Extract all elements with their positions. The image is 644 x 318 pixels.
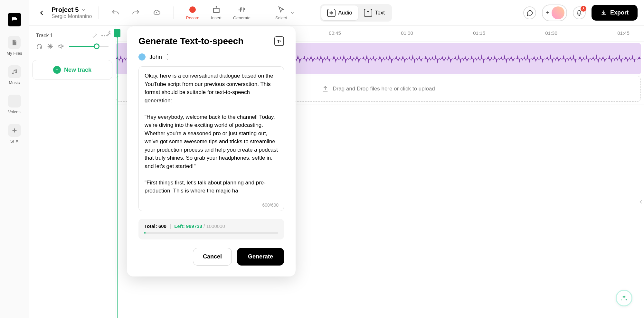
add-user-button[interactable]: +	[542, 5, 567, 21]
mode-audio[interactable]: Audio	[321, 5, 358, 20]
ai-assist-fab[interactable]	[616, 290, 632, 306]
voice-avatar	[138, 53, 146, 61]
mode-text-label: Text	[375, 10, 385, 16]
chevron-down-icon	[290, 11, 295, 15]
quota-fill	[144, 232, 146, 234]
updown-icon: ⌃⌄	[166, 54, 169, 60]
track-name[interactable]: Track 1	[36, 33, 53, 39]
cloud-sync-button[interactable]	[152, 8, 161, 17]
rail-voices[interactable]: Voices	[8, 95, 21, 114]
collapse-right-icon[interactable]	[639, 200, 643, 204]
char-count: 600/600	[262, 202, 279, 208]
insert-label: Insert	[211, 15, 222, 20]
modal-title: Generate Text-to-speech	[138, 36, 243, 46]
divider	[173, 6, 174, 19]
redo-button[interactable]	[131, 8, 140, 17]
plus-circle-icon: +	[53, 66, 61, 74]
select-button[interactable]: Select	[275, 5, 295, 20]
quota-max: / 1000000	[204, 223, 225, 229]
tts-text-input[interactable]: Okay, here is a conversational dialogue …	[138, 66, 284, 211]
rail-sfx-label: SFX	[10, 139, 18, 144]
mode-audio-label: Audio	[338, 10, 352, 16]
file-icon	[8, 36, 21, 49]
notifications-button[interactable]: 3	[573, 6, 586, 19]
divider	[263, 6, 263, 19]
generate-button[interactable]: Generate	[233, 5, 251, 20]
chat-button[interactable]	[523, 6, 536, 19]
select-label: Select	[275, 15, 287, 20]
voices-icon	[8, 95, 21, 108]
quota-left: Left: 999733	[174, 223, 202, 229]
sparkle-icon	[620, 294, 628, 302]
voice-selector[interactable]: John ⌃⌄	[138, 53, 284, 61]
sfx-icon	[8, 124, 21, 137]
app-logo[interactable]	[8, 13, 21, 26]
new-track-label: New track	[64, 67, 91, 73]
track-row: Track 1 •••	[32, 29, 112, 53]
record-icon	[189, 6, 196, 13]
notification-badge: 3	[581, 6, 586, 12]
insert-icon	[212, 5, 221, 14]
mode-toggle: Audio T Text	[320, 4, 392, 22]
tts-text-content[interactable]: Okay, here is a conversational dialogue …	[145, 72, 278, 201]
generate-label: Generate	[233, 15, 251, 20]
chat-icon	[526, 9, 533, 16]
quota-box: Total: 600 | Left: 999733 / 1000000	[138, 219, 284, 239]
modal-generate-button[interactable]: Generate	[237, 248, 284, 266]
rail-my-files[interactable]: My Files	[6, 36, 22, 56]
ruler-mark: 01:15	[473, 30, 485, 36]
snowflake-icon[interactable]	[47, 43, 53, 50]
playhead-handle[interactable]	[114, 29, 120, 37]
ruler-mark: 00:45	[329, 30, 341, 36]
export-button[interactable]: Export	[592, 5, 638, 21]
project-info: Project 5 Sergio Montanino	[52, 6, 92, 19]
generate-icon	[237, 5, 246, 14]
undo-icon	[111, 8, 120, 17]
volume-thumb[interactable]	[94, 43, 99, 49]
rail-music[interactable]: Music	[8, 65, 21, 85]
quota-bar	[144, 232, 278, 234]
top-bar: Project 5 Sergio Montanino Record Insert	[29, 0, 644, 26]
plus-icon: +	[546, 9, 550, 16]
headphones-icon[interactable]	[36, 43, 43, 50]
pin-icon[interactable]	[106, 30, 112, 36]
playhead-line	[117, 37, 118, 318]
project-owner: Sergio Montanino	[52, 14, 92, 19]
quota-total: Total: 600	[144, 223, 166, 229]
cursor-icon	[277, 5, 286, 14]
music-icon	[8, 65, 21, 78]
insert-button[interactable]: Insert	[211, 5, 222, 20]
export-label: Export	[610, 9, 629, 16]
volume-slider[interactable]	[69, 46, 109, 47]
mute-icon[interactable]	[58, 43, 64, 50]
rail-voices-label: Voices	[8, 109, 20, 114]
mode-text[interactable]: T Text	[358, 5, 391, 20]
cloud-icon	[152, 8, 161, 17]
back-button[interactable]	[35, 6, 48, 19]
text-mode-icon: T	[364, 9, 372, 17]
audio-mode-icon	[327, 9, 336, 17]
chevron-down-icon	[81, 8, 86, 12]
cancel-button[interactable]: Cancel	[193, 248, 232, 266]
project-title[interactable]: Project 5	[52, 6, 92, 14]
divider	[98, 6, 99, 19]
new-track-button[interactable]: + New track	[32, 60, 112, 80]
project-title-text: Project 5	[52, 6, 79, 14]
rail-my-files-label: My Files	[6, 51, 22, 56]
rail-sfx[interactable]: SFX	[8, 124, 21, 144]
magic-wand-icon[interactable]	[92, 33, 98, 39]
tts-modal: Generate Text-to-speech T≡ John ⌃⌄ Okay,…	[127, 26, 296, 276]
download-icon	[601, 10, 607, 16]
tts-icon[interactable]: T≡	[274, 36, 284, 46]
record-button[interactable]: Record	[186, 5, 199, 20]
upload-icon	[322, 85, 329, 92]
dropzone-label: Drag and Drop files here or click to upl…	[333, 86, 435, 92]
top-right-actions: + 3 Export	[523, 5, 638, 21]
voice-name: John	[149, 54, 162, 61]
undo-button[interactable]	[111, 8, 120, 17]
volume-fill	[69, 46, 97, 47]
rail-music-label: Music	[9, 80, 20, 85]
divider	[307, 6, 307, 19]
redo-icon	[131, 8, 140, 17]
record-label: Record	[186, 15, 199, 20]
